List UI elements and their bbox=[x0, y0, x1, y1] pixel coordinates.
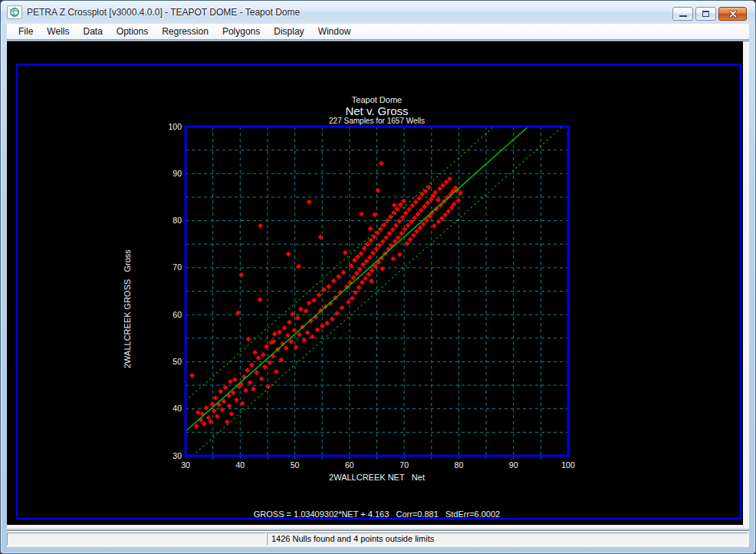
minimize-button[interactable] bbox=[672, 7, 693, 21]
chart-subtitle: Net v. Gross bbox=[186, 104, 568, 117]
data-point bbox=[396, 219, 402, 224]
data-point bbox=[346, 299, 351, 305]
data-point bbox=[317, 292, 322, 298]
data-point bbox=[252, 350, 258, 355]
data-point bbox=[277, 329, 282, 335]
data-point bbox=[307, 300, 312, 305]
regression-line bbox=[186, 127, 528, 431]
data-point bbox=[386, 231, 392, 236]
data-point bbox=[409, 203, 415, 209]
data-point bbox=[204, 405, 209, 411]
data-point bbox=[287, 320, 292, 325]
data-point bbox=[447, 176, 452, 182]
y-tick-label: 70 bbox=[173, 262, 182, 272]
data-point bbox=[259, 376, 265, 381]
data-point bbox=[408, 237, 413, 242]
data-point bbox=[380, 239, 386, 244]
x-tick-label: 90 bbox=[509, 460, 518, 470]
y-tick-label: 100 bbox=[168, 122, 182, 131]
data-point bbox=[264, 344, 269, 349]
data-point bbox=[377, 242, 383, 248]
data-point bbox=[364, 259, 370, 264]
x-tick-label: 100 bbox=[561, 460, 575, 470]
data-point bbox=[411, 232, 416, 238]
data-point bbox=[354, 271, 360, 276]
x-tick-label: 40 bbox=[235, 460, 245, 470]
data-point bbox=[258, 223, 263, 229]
data-point bbox=[331, 279, 337, 284]
data-point bbox=[238, 272, 244, 278]
close-icon bbox=[728, 9, 738, 18]
data-point bbox=[368, 226, 373, 232]
data-point bbox=[455, 198, 461, 203]
data-point bbox=[416, 212, 421, 217]
data-point bbox=[362, 246, 367, 251]
data-point bbox=[255, 355, 261, 361]
data-point bbox=[393, 223, 399, 228]
data-point bbox=[326, 284, 331, 289]
menu-item-options[interactable]: Options bbox=[110, 25, 155, 38]
data-point bbox=[234, 397, 239, 403]
data-point bbox=[422, 204, 427, 209]
data-point bbox=[390, 227, 396, 232]
y-tick-label: 40 bbox=[173, 404, 182, 413]
x-tick-label: 50 bbox=[291, 460, 300, 470]
data-point bbox=[379, 160, 384, 166]
data-point bbox=[219, 407, 225, 413]
menu-item-display[interactable]: Display bbox=[267, 25, 311, 38]
data-point bbox=[401, 198, 406, 203]
data-point bbox=[399, 231, 404, 236]
data-point bbox=[396, 235, 401, 240]
data-point bbox=[365, 242, 370, 247]
data-point bbox=[353, 290, 358, 295]
menu-item-data[interactable]: Data bbox=[76, 25, 109, 38]
menu-item-wells[interactable]: Wells bbox=[40, 25, 76, 38]
chart-samples-note: 227 Samples for 1657 Wells bbox=[186, 117, 568, 125]
data-point bbox=[196, 410, 201, 415]
data-point bbox=[350, 295, 355, 301]
data-point bbox=[311, 298, 317, 303]
data-point bbox=[416, 196, 422, 201]
data-point bbox=[324, 321, 330, 326]
data-point bbox=[357, 285, 362, 290]
data-point bbox=[285, 333, 291, 338]
data-point bbox=[202, 421, 207, 427]
data-point bbox=[225, 419, 230, 424]
data-point bbox=[417, 225, 422, 230]
data-point bbox=[406, 206, 412, 212]
data-point bbox=[251, 387, 256, 392]
y-axis-label: 2WALLCREEK GROSS Gross bbox=[123, 249, 132, 368]
title-bar[interactable]: PETRA Z Crossplot [v3000.4.0.0] - TEAPOT… bbox=[1, 1, 755, 24]
data-point bbox=[246, 337, 251, 342]
data-point bbox=[343, 250, 348, 256]
menu-item-window[interactable]: Window bbox=[311, 25, 358, 38]
data-point bbox=[383, 235, 389, 240]
mdi-client-area: 3040506070809010030405060708090100 Teapo… bbox=[7, 41, 749, 529]
x-tick-label: 70 bbox=[399, 460, 409, 470]
data-point bbox=[392, 203, 397, 208]
x-tick-label: 80 bbox=[455, 460, 464, 470]
data-point bbox=[437, 186, 442, 191]
y-tick-label: 80 bbox=[173, 216, 182, 225]
data-point bbox=[376, 188, 381, 193]
data-point bbox=[243, 387, 248, 393]
data-point bbox=[258, 297, 263, 302]
restore-icon bbox=[702, 11, 709, 17]
data-point bbox=[363, 276, 368, 282]
menu-item-file[interactable]: File bbox=[12, 25, 40, 38]
close-button[interactable] bbox=[718, 7, 747, 21]
data-point bbox=[249, 362, 255, 368]
data-point bbox=[339, 305, 344, 311]
data-point bbox=[367, 255, 373, 260]
restore-button[interactable] bbox=[695, 7, 716, 21]
data-point bbox=[358, 251, 363, 256]
data-point bbox=[404, 241, 409, 246]
data-point bbox=[341, 270, 347, 275]
menu-item-regression[interactable]: Regression bbox=[155, 25, 215, 38]
data-point bbox=[254, 370, 259, 375]
data-point bbox=[298, 306, 304, 312]
data-point bbox=[296, 264, 301, 269]
data-point bbox=[419, 208, 424, 213]
menu-item-polygons[interactable]: Polygons bbox=[215, 25, 267, 38]
data-point bbox=[227, 404, 232, 409]
